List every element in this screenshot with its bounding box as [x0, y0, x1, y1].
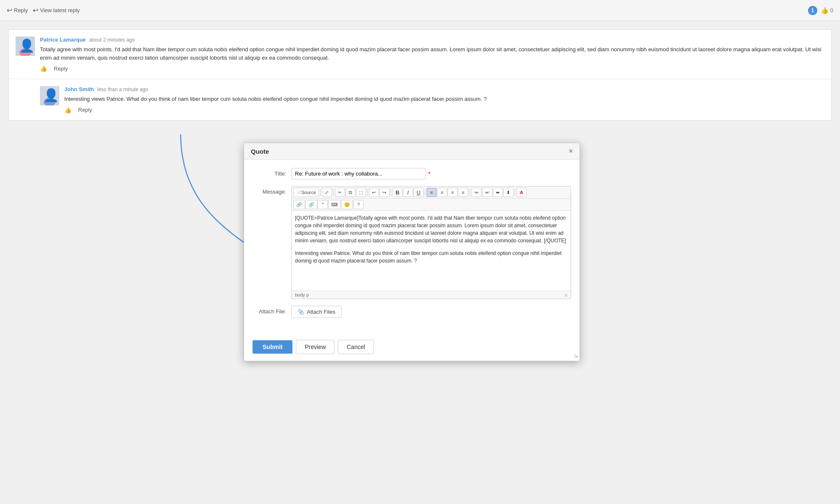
toolbar-justify-btn[interactable]: ≡: [458, 188, 468, 197]
toolbar-row-2: 🔗 🔗 " ⌨ 🙂 ?: [292, 199, 571, 211]
reply-arrow-icon: ↩: [7, 6, 12, 14]
title-label: Title:: [253, 168, 286, 177]
toolbar-copy-btn[interactable]: ⧉: [345, 188, 355, 197]
toolbar-undo-btn[interactable]: ↩: [369, 188, 379, 197]
view-latest-arrow-icon: ↩: [33, 6, 38, 14]
reply-link-patrice[interactable]: Reply: [54, 66, 68, 72]
attach-field: 📎 Attach Files: [291, 306, 571, 318]
like-icon-patrice[interactable]: 👍: [40, 65, 47, 72]
like-icon-john[interactable]: 👍: [64, 107, 71, 113]
toolbar-ordered-list-btn[interactable]: ≔: [471, 188, 482, 197]
svg-point-2: [19, 48, 31, 56]
top-bar: ↩ Reply ↩ View latest reply 1 👍 0: [0, 0, 840, 21]
author-name-patrice[interactable]: Patrice Lamarque: [40, 37, 86, 43]
attach-file-row: Attach File: 📎 Attach Files: [253, 306, 571, 318]
reply-link-john[interactable]: Reply: [78, 107, 92, 113]
attach-btn-label: Attach Files: [307, 309, 335, 315]
editor-wrap: 📄 Source ⤢ ✂ ⧉ ⬚ ↩ ↪: [291, 186, 571, 299]
comment-text-patrice: Totally agree with most points. I'd add …: [40, 45, 824, 62]
submit-button[interactable]: Submit: [253, 340, 292, 354]
resize-handle[interactable]: ⇲: [564, 293, 567, 297]
avatar-patrice-svg: [16, 37, 35, 56]
time-ago-john: less than a minute ago: [97, 87, 148, 92]
avatar-patrice: [16, 37, 35, 56]
avatar-john: [40, 86, 59, 105]
editor-content[interactable]: [QUOTE=Patrice Lamarque]Totally agree wi…: [292, 211, 571, 291]
toolbar-bold-btn[interactable]: B: [392, 188, 403, 197]
top-bar-right: 1 👍 0: [808, 6, 833, 15]
top-bar-left: ↩ Reply ↩ View latest reply: [7, 6, 80, 14]
toolbar-row-1: 📄 Source ⤢ ✂ ⧉ ⬚ ↩ ↪: [292, 186, 571, 199]
toolbar-unlink-btn[interactable]: 🔗: [305, 200, 317, 209]
message-row: Message: 📄 Source ⤢ ✂: [253, 186, 571, 299]
toolbar-font-color-btn[interactable]: A: [516, 188, 527, 197]
comment-count-bubble: 1: [808, 6, 817, 15]
comment-body-patrice: Patrice Lamarque about 2 minutes ago Tot…: [40, 37, 824, 72]
reply-label: Reply: [14, 7, 28, 13]
title-input[interactable]: [291, 168, 426, 179]
preview-button[interactable]: Preview: [296, 340, 334, 354]
dialog-title: Quote: [251, 148, 269, 155]
comment-count: 1: [811, 8, 814, 13]
avatar-john-svg: [40, 86, 59, 105]
svg-point-1: [21, 39, 29, 47]
toolbar-indent-btn[interactable]: ⬌: [493, 188, 503, 197]
dialog-close-button[interactable]: ×: [569, 147, 573, 155]
toolbar-blockquote-btn[interactable]: ": [318, 200, 328, 209]
toolbar-sep-1: [320, 189, 321, 196]
cancel-button[interactable]: Cancel: [338, 340, 374, 354]
toolbar-code-btn[interactable]: ⌨: [328, 200, 341, 209]
toolbar-sep-3: [367, 189, 368, 196]
reply-button[interactable]: ↩ Reply: [7, 6, 28, 14]
dialog-header: Quote ×: [244, 143, 579, 160]
source-label: Source: [301, 190, 316, 195]
view-latest-label: View latest reply: [40, 7, 79, 13]
like-count-area: 👍 0: [821, 7, 833, 14]
quote-dialog: Quote × Title: * Message:: [244, 143, 580, 361]
dialog-resize-handle[interactable]: ⇲: [574, 353, 578, 359]
comment-item-john: John Smith less than a minute ago Intere…: [33, 79, 831, 120]
toolbar-link-btn[interactable]: 🔗: [293, 200, 305, 209]
toolbar-align-center-btn[interactable]: ≡: [437, 188, 447, 197]
comment-text-john: Interesting views Patrice. What do you t…: [64, 95, 824, 103]
separator-john: -: [74, 107, 76, 113]
content-area: Patrice Lamarque about 2 minutes ago Tot…: [0, 21, 840, 504]
author-name-john[interactable]: John Smith: [64, 86, 94, 92]
toolbar-expand-btn[interactable]: ⤢: [322, 188, 332, 197]
toolbar-italic-btn[interactable]: I: [403, 188, 413, 197]
toolbar-sep-6: [469, 189, 470, 196]
editor-statusbar: body p ⇲: [292, 291, 571, 299]
like-count-value: 0: [830, 7, 833, 13]
toolbar-source-btn[interactable]: 📄 Source: [293, 188, 319, 197]
paperclip-icon: 📎: [298, 309, 304, 315]
editor-quote-text: [QUOTE=Patrice Lamarque]Totally agree wi…: [295, 214, 567, 244]
toolbar-redo-btn[interactable]: ↪: [379, 188, 390, 197]
toolbar-unordered-list-btn[interactable]: ≕: [482, 188, 492, 197]
required-star: *: [428, 171, 430, 177]
attach-files-button[interactable]: 📎 Attach Files: [291, 306, 342, 318]
toolbar-cut-btn[interactable]: ✂: [335, 188, 345, 197]
toolbar-sep-4: [391, 189, 391, 196]
toolbar-sep-7: [515, 189, 515, 196]
toolbar-paste-btn[interactable]: ⬚: [356, 188, 366, 197]
dialog-footer: Submit Preview Cancel: [244, 333, 579, 361]
view-latest-button[interactable]: ↩ View latest reply: [33, 6, 79, 14]
title-field-wrap: *: [291, 168, 571, 179]
comments-block: Patrice Lamarque about 2 minutes ago Tot…: [8, 29, 832, 121]
toolbar-outdent-btn[interactable]: ⬍: [503, 188, 513, 197]
dialog-body: Title: * Message: 📄 Source: [244, 160, 579, 333]
message-label: Message:: [253, 186, 286, 195]
svg-point-5: [44, 98, 55, 105]
toolbar-align-right-btn[interactable]: ≡: [448, 188, 458, 197]
toolbar-emoji-btn[interactable]: 🙂: [341, 200, 353, 209]
toolbar-help-btn[interactable]: ?: [353, 200, 363, 209]
toolbar-sep-2: [333, 189, 334, 196]
statusbar-text: body p: [295, 292, 309, 297]
comment-meta-patrice: Patrice Lamarque about 2 minutes ago: [40, 37, 824, 43]
comment-actions-john: 👍 - Reply: [64, 107, 824, 113]
title-row: Title: *: [253, 168, 571, 179]
toolbar-align-left-btn[interactable]: ≡: [427, 188, 437, 197]
nested-comment-john: John Smith less than a minute ago Intere…: [33, 79, 831, 120]
toolbar-underline-btn[interactable]: U: [413, 188, 424, 197]
source-icon: 📄: [296, 190, 301, 195]
